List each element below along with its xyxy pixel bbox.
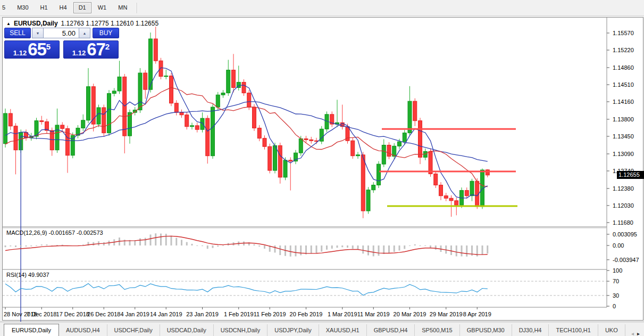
date-axis-label: 20 Feb 2019	[290, 311, 323, 317]
chart-tab-eurusd-daily[interactable]: EURUSD,Daily	[4, 324, 59, 336]
rsi-line	[5, 284, 488, 296]
candle-body	[273, 145, 277, 170]
candle-body	[356, 155, 360, 156]
candle-body	[413, 101, 417, 121]
macd-histogram-bar	[450, 245, 452, 255]
chart-tab-usdjpy-daily[interactable]: USDJPY,Daily	[267, 324, 319, 336]
macd-histogram-bar	[10, 245, 11, 247]
candle-body	[170, 76, 173, 103]
tab-scroll-right-icon[interactable]: ▸	[637, 331, 640, 336]
chart-tab-usdcnh-daily[interactable]: USDCNH,Daily	[214, 324, 268, 336]
candle-body	[377, 164, 381, 185]
macd-histogram-bar	[290, 245, 291, 257]
rsi-axis-label: 100	[613, 267, 622, 274]
macd-histogram-bar	[404, 245, 405, 249]
chart-tab-tech100-h1[interactable]: TECH100,H1	[549, 324, 598, 336]
price-axis-label: 1.14510	[613, 81, 634, 88]
macd-histogram-bar	[341, 245, 343, 247]
candle-body	[61, 125, 64, 128]
macd-histogram-bar	[414, 244, 416, 245]
candle-body	[408, 101, 412, 133]
buy-price-big-figure: 1.12	[72, 49, 86, 58]
chart-tab-gbpusd-m30[interactable]: GBPUSD,M30	[460, 324, 512, 336]
candle-body	[351, 141, 355, 155]
macd-histogram-bar	[181, 240, 182, 245]
tab-scroll-left-icon[interactable]: ◂	[631, 331, 634, 336]
macd-histogram-bar	[424, 245, 426, 246]
candle-body	[429, 151, 432, 174]
macd-histogram-bar	[93, 242, 94, 245]
date-axis-label: 11 Mar 2019	[357, 311, 390, 317]
chart-tab-audusd-h4[interactable]: AUDUSD,H4	[59, 324, 107, 336]
chart-symbol-label: EURUSD,Daily	[14, 20, 58, 27]
macd-histogram-bar	[160, 234, 162, 245]
macd-histogram-bar	[46, 244, 48, 245]
chart-tab-uko[interactable]: UKO	[598, 324, 625, 336]
chart-tab-dj30-h4[interactable]: DJ30,H4	[512, 324, 549, 336]
chart-tab-usdchf-daily[interactable]: USDCHF,Daily	[107, 324, 160, 336]
macd-histogram-bar	[207, 245, 208, 249]
candle-body	[304, 139, 308, 140]
macd-histogram-bar	[145, 238, 146, 245]
date-axis-label: 23 Jan 2019	[186, 311, 219, 317]
macd-histogram-bar	[487, 245, 488, 253]
date-axis-label: 14 Jan 2019	[150, 311, 182, 317]
candle-body	[278, 145, 282, 177]
candle-body	[180, 112, 183, 115]
candle-body	[55, 125, 59, 150]
date-axis-label: 20 Mar 2019	[394, 311, 426, 317]
collapse-chart-icon[interactable]: ▲	[6, 21, 11, 26]
candle-body	[118, 77, 121, 91]
volume-input[interactable]	[44, 28, 79, 38]
date-axis-label: 4 Jan 2019	[121, 311, 149, 317]
volume-increase-button[interactable]: ▲	[79, 28, 90, 38]
date-axis-label: 29 Mar 2019	[430, 311, 463, 317]
chart-title: ▲ EURUSD,Daily 1.12763 1.12775 1.12610 1…	[6, 20, 158, 27]
macd-histogram-bar	[279, 245, 281, 255]
candle-body	[289, 160, 292, 161]
candle-body	[14, 126, 18, 150]
chart-tab-gbpusd-h4[interactable]: GBPUSD,H4	[367, 324, 415, 336]
macd-histogram-bar	[456, 245, 457, 256]
chart-tab-usdcad-daily[interactable]: USDCAD,Daily	[160, 324, 214, 336]
candle-body	[9, 113, 12, 126]
candle-body	[112, 91, 116, 94]
candle-body	[174, 103, 178, 112]
macd-histogram-bar	[5, 245, 6, 247]
sell-price-button[interactable]: 1.12 65 5	[4, 40, 60, 59]
macd-histogram-bar	[461, 245, 463, 256]
macd-histogram-bar	[388, 245, 390, 253]
macd-histogram-bar	[367, 245, 369, 256]
volume-decrease-button[interactable]: ▼	[32, 28, 44, 38]
spinner-down-icon: ▼	[36, 31, 40, 35]
candle-body	[382, 145, 386, 164]
sell-button[interactable]: SELL	[4, 28, 31, 38]
macd-histogram-bar	[331, 245, 333, 249]
macd-histogram-bar	[26, 245, 27, 247]
candle-body	[4, 113, 7, 144]
macd-histogram-bar	[482, 245, 483, 255]
sell-price-big-figure: 1.12	[13, 49, 27, 58]
rsi-label: RSI(14) 49.9037	[6, 272, 49, 278]
chart-ohlc-values: 1.12763 1.12775 1.12610 1.12655	[61, 20, 159, 27]
price-axis-label: 1.14860	[613, 64, 634, 71]
rsi-axis-label: 0	[613, 303, 616, 309]
price-axis-label: 1.15570	[613, 30, 634, 36]
macd-histogram-bar	[202, 245, 203, 246]
candle-body	[366, 190, 370, 211]
macd-histogram-bar	[399, 245, 400, 251]
candle-body	[486, 170, 489, 175]
candle-body	[40, 121, 44, 122]
macd-histogram-bar	[30, 245, 32, 247]
macd-histogram-bar	[212, 245, 214, 248]
macd-histogram-bar	[41, 244, 43, 245]
candle-body	[398, 142, 402, 146]
macd-histogram-bar	[321, 245, 322, 252]
chart-tab-sp500-m15[interactable]: SP500,M15	[415, 324, 459, 336]
price-axis-label: 1.14160	[613, 99, 634, 105]
chart-tab-xauusd-h1[interactable]: XAUUSD,H1	[319, 324, 367, 336]
macd-histogram-bar	[258, 245, 260, 247]
buy-button[interactable]: BUY	[93, 28, 119, 38]
date-axis-label: 1 Mar 2019	[328, 311, 357, 317]
buy-price-button[interactable]: 1.12 67 2	[63, 40, 119, 59]
